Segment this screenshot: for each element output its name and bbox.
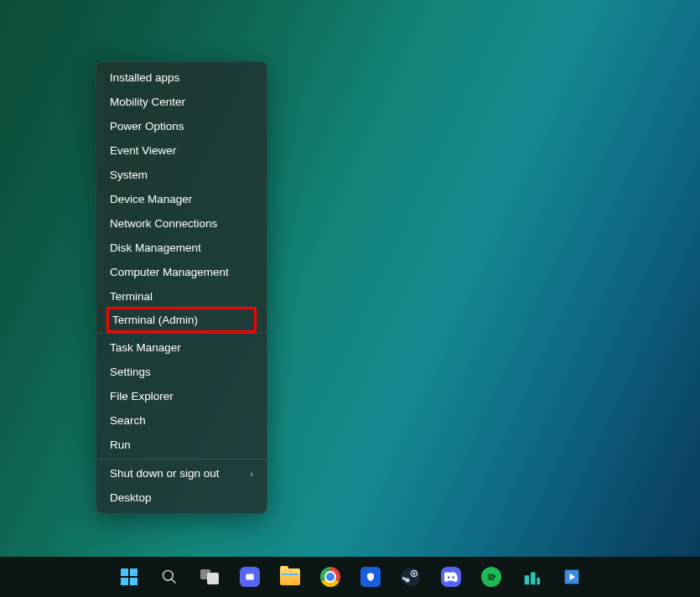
menu-item-terminal-admin[interactable]: Terminal (Admin) [106,307,257,333]
search-icon [161,568,178,585]
menu-item-label: Device Manager [110,193,192,205]
menu-item-mobility-center[interactable]: Mobility Center [96,90,267,114]
menu-item-label: Settings [110,366,151,378]
folder-icon [280,568,300,585]
menu-item-desktop[interactable]: Desktop [96,485,267,510]
chat-icon [240,567,260,587]
menu-item-label: Terminal [110,290,153,303]
menu-item-terminal[interactable]: Terminal [96,284,267,309]
menu-item-label: Shut down or sign out [110,467,220,480]
svg-rect-9 [537,578,540,584]
windows-logo-icon [121,568,137,585]
menu-separator [96,459,267,459]
menu-item-label: Terminal (Admin) [112,314,198,326]
spotify-icon [481,567,501,587]
menu-item-run[interactable]: Run [96,433,267,457]
menu-item-label: System [110,169,148,181]
menu-item-label: Desktop [110,491,152,504]
menu-item-file-explorer[interactable]: File Explorer [96,384,267,408]
menu-item-label: Installed apps [110,71,179,84]
app-button-1[interactable] [515,560,548,594]
menu-item-label: Task Manager [110,341,181,354]
menu-item-label: Power Options [110,120,184,132]
svg-point-5 [412,573,415,575]
winx-context-menu: Installed apps Mobility Center Power Opt… [96,61,267,514]
menu-item-label: Run [110,439,131,451]
bitwarden-button[interactable] [354,560,387,594]
shield-icon [360,567,381,587]
svg-point-3 [402,568,420,586]
taskbar [0,557,700,597]
menu-item-task-manager[interactable]: Task Manager [96,335,267,360]
menu-item-label: Computer Management [110,266,229,278]
app-button-2[interactable] [555,560,589,594]
menu-item-search[interactable]: Search [96,408,267,433]
svg-point-0 [163,571,173,581]
menu-item-installed-apps[interactable]: Installed apps [96,65,267,90]
search-button[interactable] [153,560,186,594]
chevron-right-icon: › [250,469,253,479]
menu-item-label: Search [110,414,146,427]
svg-rect-2 [246,574,253,580]
menu-item-computer-management[interactable]: Computer Management [96,260,267,284]
file-explorer-button[interactable] [273,560,307,594]
menu-item-power-options[interactable]: Power Options [96,114,267,138]
menu-item-label: Disk Management [110,241,201,254]
menu-item-system[interactable]: System [96,163,267,187]
menu-item-event-viewer[interactable]: Event Viewer [96,138,267,163]
chat-button[interactable] [233,560,267,594]
menu-item-device-manager[interactable]: Device Manager [96,187,267,211]
steam-icon [401,567,421,587]
discord-icon [441,567,461,587]
chrome-button[interactable] [314,560,347,594]
menu-item-label: File Explorer [110,390,174,402]
svg-rect-7 [524,575,529,584]
buildings-icon [521,567,542,587]
chrome-icon [320,567,340,587]
menu-item-label: Network Connections [110,217,217,230]
task-view-button[interactable] [193,560,226,594]
menu-item-label: Event Viewer [110,144,176,157]
svg-line-1 [171,579,175,584]
menu-separator [96,333,267,334]
menu-item-network-connections[interactable]: Network Connections [96,211,267,236]
steam-button[interactable] [394,560,428,594]
start-button[interactable] [112,560,146,594]
discord-button[interactable] [434,560,468,594]
task-view-icon [200,569,219,584]
menu-item-shutdown[interactable]: Shut down or sign out › [96,461,267,485]
svg-rect-8 [531,573,536,585]
spotify-button[interactable] [474,560,508,594]
menu-item-disk-management[interactable]: Disk Management [96,236,267,260]
media-icon [562,567,582,587]
menu-item-settings[interactable]: Settings [96,360,267,384]
menu-item-label: Mobility Center [110,96,185,108]
